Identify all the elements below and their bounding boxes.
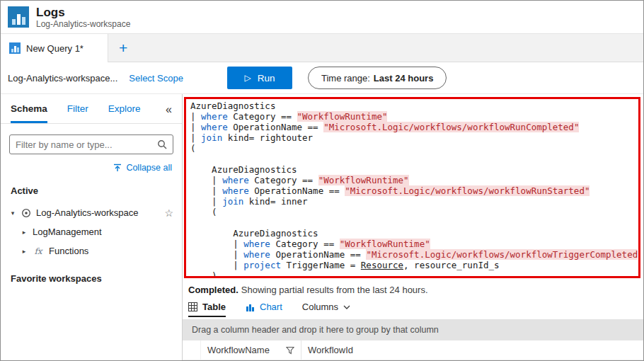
time-range-label: Time range:: [321, 73, 370, 84]
tab-schema[interactable]: Schema: [11, 94, 47, 123]
group-by-dropzone: Drag a column header and drop it here to…: [183, 319, 643, 340]
query-tab-icon: [9, 42, 21, 54]
code-line: | where OperationName == "Microsoft.Logi…: [190, 122, 634, 132]
collapse-all-label: Collapse all: [126, 163, 172, 173]
code-line: | where Category == "WorkflowRuntime": [190, 175, 634, 185]
status-state: Completed.: [188, 285, 238, 295]
content-area: Schema Filter Explore « Collapse all Act…: [1, 94, 643, 360]
code-line: | project TriggerName = Resource, resour…: [190, 260, 634, 270]
query-main: AzureDiagnostics| where Category == "Wor…: [183, 94, 643, 360]
sidebar-tabs: Schema Filter Explore «: [1, 94, 182, 124]
tab-table[interactable]: Table: [188, 302, 226, 317]
tab-chart-label: Chart: [260, 302, 282, 312]
page-subtitle: Log-Analytics-workspace: [36, 19, 130, 29]
query-tab-label: New Query 1*: [26, 43, 84, 54]
schema-tree: ▾ Log-Analytics-workspace ☆ ▸ LogManagem…: [1, 203, 182, 260]
code-line: | where Category == "WorkflowRuntime": [190, 239, 634, 249]
filter-funnel-icon[interactable]: [286, 346, 294, 355]
tab-new-query-1[interactable]: New Query 1*: [1, 34, 108, 62]
tree-item-logmanagement[interactable]: ▸ LogManagement: [1, 222, 182, 241]
code-line: [190, 154, 634, 164]
column-header-label: WorkflowId: [308, 345, 353, 355]
tree-item-label: Log-Analytics-workspace: [36, 207, 139, 218]
code-line: | join kind= rightouter: [190, 132, 634, 143]
code-line: [190, 217, 634, 228]
tree-item-label: Functions: [49, 246, 88, 256]
chart-icon: [246, 302, 255, 311]
query-status: Completed.Showing partial results from t…: [183, 278, 643, 295]
chevron-right-icon[interactable]: ▸: [21, 248, 28, 255]
table-icon: [188, 302, 197, 311]
chevron-down-icon[interactable]: ▾: [9, 210, 16, 217]
code-line: AzureDiagnostics: [190, 228, 634, 239]
tab-explore[interactable]: Explore: [108, 94, 141, 123]
time-range-dropdown[interactable]: Time range: Last 24 hours: [308, 67, 447, 89]
search-icon: [157, 139, 167, 149]
query-toolbar: Log-Analytics-workspace... Select Scope …: [1, 62, 643, 94]
page-title: Logs: [36, 6, 130, 19]
tab-filter[interactable]: Filter: [67, 94, 88, 123]
tree-item-label: LogManagement: [33, 227, 102, 237]
code-line: (: [190, 207, 634, 217]
schema-filter-input[interactable]: [16, 139, 153, 150]
scope-label: Log-Analytics-workspace...: [8, 73, 117, 84]
results-header-row: WorkflowName WorkflowId: [183, 340, 643, 360]
code-line: | join kind= inner: [190, 196, 634, 207]
query-tab-bar: New Query 1* +: [1, 34, 643, 62]
collapse-pane-button[interactable]: «: [166, 94, 172, 123]
code-line: | where Category == "WorkflowRuntime": [190, 111, 634, 122]
schema-filter-box: [9, 134, 173, 154]
group-by-hint: Drag a column header and drop it here to…: [192, 325, 439, 335]
favorite-star-icon[interactable]: ☆: [164, 207, 173, 219]
tab-chart[interactable]: Chart: [246, 302, 282, 317]
page-header: Logs Log-Analytics-workspace: [1, 1, 643, 34]
favorites-section-heading: Favorite workspaces: [11, 273, 172, 284]
chevron-down-icon: [343, 305, 350, 309]
logs-window: Logs Log-Analytics-workspace New Query 1…: [0, 0, 644, 361]
time-range-value: Last 24 hours: [374, 73, 434, 84]
code-line: AzureDiagnostics: [190, 164, 634, 175]
row-gutter: [183, 340, 201, 360]
logs-app-icon: [8, 6, 29, 28]
column-header-workflowname[interactable]: WorkflowName: [201, 340, 301, 360]
code-line: ): [190, 270, 634, 278]
results-tabs: Table Chart Columns: [183, 295, 643, 319]
code-line: AzureDiagnostics: [190, 101, 634, 111]
column-header-workflowid[interactable]: WorkflowId: [301, 340, 436, 360]
chevron-right-icon[interactable]: ▸: [21, 229, 28, 236]
tree-item-functions[interactable]: ▸ fx Functions: [1, 241, 182, 260]
schema-sidebar: Schema Filter Explore « Collapse all Act…: [1, 94, 183, 360]
columns-dropdown-label: Columns: [302, 302, 338, 312]
tab-table-label: Table: [202, 302, 226, 312]
code-line: | where OperationName == "Microsoft.Logi…: [190, 185, 634, 196]
collapse-all-button[interactable]: Collapse all: [11, 163, 172, 173]
code-line: (: [190, 143, 634, 154]
add-tab-button[interactable]: +: [108, 34, 138, 62]
active-section-heading: Active: [11, 185, 172, 196]
run-button[interactable]: ▷ Run: [227, 67, 292, 89]
column-header-label: WorkflowName: [207, 345, 270, 355]
run-button-label: Run: [258, 73, 275, 84]
tree-item-workspace[interactable]: ▾ Log-Analytics-workspace ☆: [1, 203, 182, 222]
status-message: Showing partial results from the last 24…: [241, 285, 428, 295]
function-icon: fx: [33, 246, 44, 256]
columns-dropdown[interactable]: Columns: [302, 302, 350, 317]
select-scope-link[interactable]: Select Scope: [129, 73, 183, 84]
query-editor[interactable]: AzureDiagnostics| where Category == "Wor…: [184, 97, 640, 278]
code-line: | where OperationName == "Microsoft.Logi…: [190, 249, 634, 260]
play-icon: ▷: [244, 74, 251, 82]
workspace-icon: [21, 208, 31, 218]
collapse-all-icon: [113, 164, 122, 172]
